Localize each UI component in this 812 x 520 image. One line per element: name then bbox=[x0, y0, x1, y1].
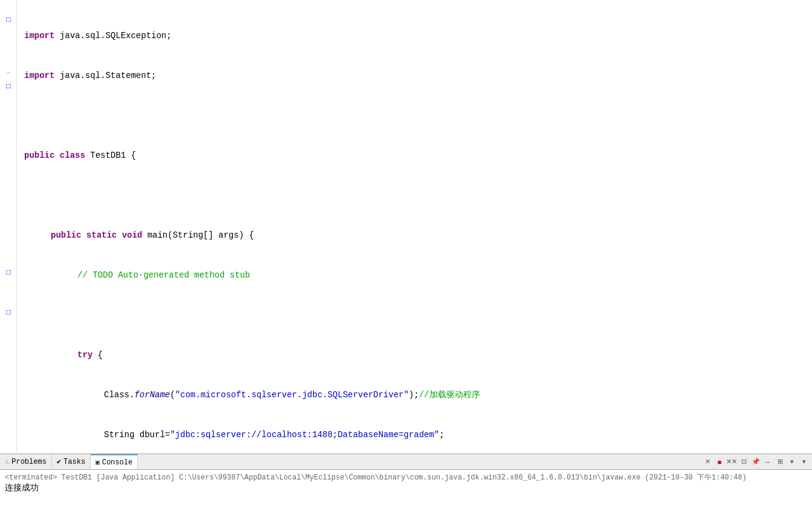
terminate-btn[interactable]: ■ bbox=[714, 457, 725, 467]
tabs-bar: ⚠ Problems ✔ Tasks ▣ Console ✕ ■ ✕✕ ⊡ 📌 … bbox=[0, 454, 812, 470]
code-line-7: // TODO Auto-generated method stub bbox=[22, 268, 812, 282]
tab-problems-label: Problems bbox=[11, 458, 47, 466]
console-content: <terminated> TestDB1 [Java Application] … bbox=[0, 470, 812, 520]
code-line-6: public static void main(String[] args) { bbox=[22, 229, 812, 242]
bookmark-4: □ bbox=[0, 306, 17, 319]
code-line-4: public class TestDB1 { bbox=[22, 149, 812, 162]
code-content: import java.sql.SQLException; import jav… bbox=[17, 0, 812, 453]
tab-problems[interactable]: ⚠ Problems bbox=[0, 454, 52, 469]
display-selected-btn[interactable]: ▾ bbox=[787, 457, 797, 467]
new-console-btn[interactable]: ⊞ bbox=[775, 457, 785, 467]
console-output-line: 连接成功 bbox=[5, 483, 807, 493]
code-line-10: Class.forName("com.microsoft.sqlserver.j… bbox=[22, 388, 812, 401]
tab-console[interactable]: ▣ Console bbox=[91, 454, 138, 469]
bottom-panel: ⚠ Problems ✔ Tasks ▣ Console ✕ ■ ✕✕ ⊡ 📌 … bbox=[0, 453, 812, 520]
code-line-11: String dburl="jdbc:sqlserver://localhost… bbox=[22, 428, 812, 441]
gutter: □ − □ □ □ bbox=[0, 0, 17, 453]
problems-icon: ⚠ bbox=[5, 457, 9, 466]
code-editor: □ − □ □ □ import java.sql.SQLException; … bbox=[0, 0, 812, 453]
tab-console-label: Console bbox=[102, 458, 132, 467]
terminate2-btn[interactable]: ✕✕ bbox=[726, 457, 737, 467]
collapse-marker[interactable]: − bbox=[0, 67, 17, 80]
code-line-3 bbox=[22, 109, 812, 122]
code-line-8 bbox=[22, 308, 812, 322]
pin-btn[interactable]: 📌 bbox=[750, 457, 761, 467]
console-terminated-line: <terminated> TestDB1 [Java Application] … bbox=[5, 472, 807, 483]
bookmark-3: □ bbox=[0, 266, 17, 279]
code-line-9: try { bbox=[22, 348, 812, 362]
word-wrap-btn[interactable]: ↔ bbox=[762, 457, 773, 467]
menu-btn[interactable]: ▾ bbox=[799, 457, 810, 467]
bookmark-2: □ bbox=[0, 80, 17, 93]
tab-tasks[interactable]: ✔ Tasks bbox=[52, 454, 91, 469]
tasks-icon: ✔ bbox=[57, 457, 61, 466]
code-line-5 bbox=[22, 189, 812, 202]
close-console-btn[interactable]: ✕ bbox=[702, 457, 713, 467]
code-line-2: import java.sql.Statement; bbox=[22, 69, 812, 82]
console-icon: ▣ bbox=[96, 458, 100, 466]
bookmark-1: □ bbox=[0, 13, 17, 27]
code-line-1: import java.sql.SQLException; bbox=[22, 29, 812, 42]
scroll-lock-btn[interactable]: ⊡ bbox=[738, 457, 749, 467]
tab-toolbar: ✕ ■ ✕✕ ⊡ 📌 ↔ ⊞ ▾ ▾ bbox=[702, 457, 812, 467]
tab-tasks-label: Tasks bbox=[63, 458, 85, 466]
